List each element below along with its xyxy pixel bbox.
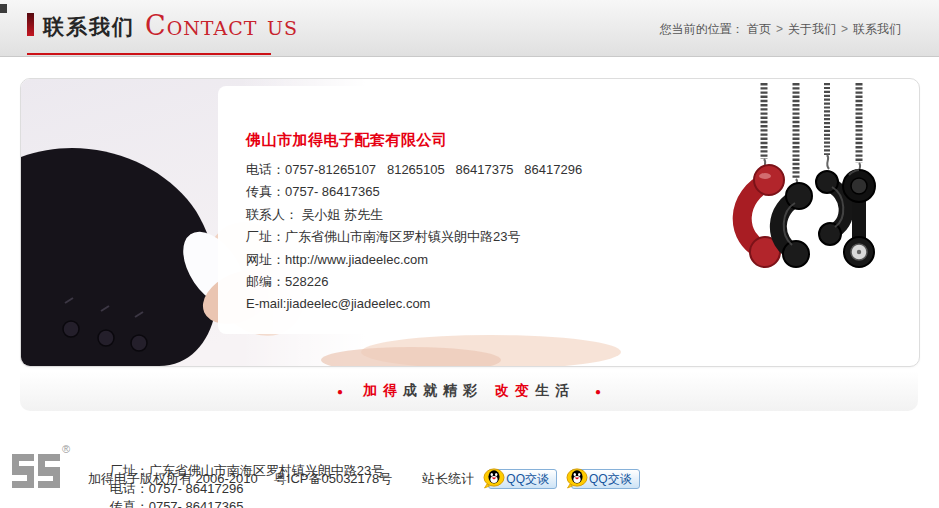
footer-fax: 传真：0757- 86417365 <box>110 499 244 508</box>
site-stats-link[interactable]: 站长统计 <box>422 470 474 488</box>
phones-illustration <box>699 83 909 298</box>
breadcrumb-link-home[interactable]: 首页 <box>747 22 771 36</box>
contact-row-address: 厂址：广东省佛山市南海区罗村镇兴朗中路23号 <box>246 226 582 248</box>
page: 联系我们 Contact us 您当前的位置： 首页>关于我们>联系我们 <box>0 0 939 508</box>
title-underline <box>27 53 271 55</box>
registered-trademark: ® <box>62 443 70 455</box>
slogan-bullet-icon: ● <box>337 386 343 397</box>
company-name: 佛山市加得电子配套有限公司 <box>246 131 582 150</box>
qq-chat-button-2[interactable]: QQ交谈 <box>571 469 640 489</box>
footer-icp: 粤ICP备05032178号 <box>274 470 393 488</box>
qq-penguin-icon <box>483 468 505 489</box>
slogan-red-2: 改变 <box>495 382 535 400</box>
footer-copyright-line: 加得电子版权所有 2006-2010 粤ICP备05032178号 站长统计 Q… <box>88 469 640 489</box>
contact-row-email: E-mail:jiadeelec@jiadeelec.com <box>246 293 582 315</box>
handshake-hand-detail <box>321 347 501 367</box>
title-accent-bar <box>27 13 34 36</box>
breadcrumb-link-contact[interactable]: 联系我们 <box>853 22 901 36</box>
qq-chat-label: QQ交谈 <box>506 470 549 488</box>
slogan-dark-2: 生活 <box>535 382 575 400</box>
contact-row-fax: 传真：0757- 86417365 <box>246 181 582 203</box>
section-title: 联系我们 Contact us <box>27 12 298 39</box>
black-handset <box>778 183 812 267</box>
breadcrumb: 您当前的位置： 首页>关于我们>联系我们 <box>660 21 901 38</box>
slogan-bullet-icon: ● <box>595 386 601 397</box>
page-footer: ® 厂址：广东省佛山市南海区罗村镇兴朗中路23号 电话：0757- 864172… <box>0 420 939 508</box>
breadcrumb-link-about[interactable]: 关于我们 <box>788 22 836 36</box>
page-title-cn: 联系我们 <box>43 14 135 39</box>
breadcrumb-separator: > <box>776 22 783 36</box>
breadcrumb-separator: > <box>841 22 848 36</box>
contact-row-person: 联系人： 吴小姐 苏先生 <box>246 204 582 226</box>
slogan-red-1: 加得 <box>363 382 403 400</box>
qq-chat-label: QQ交谈 <box>589 470 632 488</box>
page-title-en: Contact us <box>145 12 298 39</box>
page-header: 联系我们 Contact us 您当前的位置： 首页>关于我们>联系我们 <box>0 0 939 57</box>
company-logo-icon: ® <box>8 440 72 496</box>
contact-row-phone: 电话：0757-81265107 81265105 86417375 86417… <box>246 159 582 181</box>
slogan-bar: ● 加得 成就精彩 改变 生活 ● <box>20 371 918 411</box>
contact-card: 佛山市加得电子配套有限公司 电话：0757-81265107 81265105 … <box>20 78 920 367</box>
contact-row-zip: 邮编：528226 <box>246 271 582 293</box>
slogan-dark-1: 成就精彩 <box>403 382 483 400</box>
black-handset <box>816 171 846 245</box>
breadcrumb-label: 您当前的位置： <box>660 22 747 36</box>
contact-info: 佛山市加得电子配套有限公司 电话：0757-81265107 81265105 … <box>246 131 582 316</box>
qq-chat-button-1[interactable]: QQ交谈 <box>488 469 557 489</box>
contact-row-website: 网址：http://www.jiadeelec.com <box>246 249 582 271</box>
corner-mark <box>0 4 7 13</box>
footer-copyright: 加得电子版权所有 2006-2010 <box>88 470 258 488</box>
qq-penguin-icon <box>566 468 588 489</box>
